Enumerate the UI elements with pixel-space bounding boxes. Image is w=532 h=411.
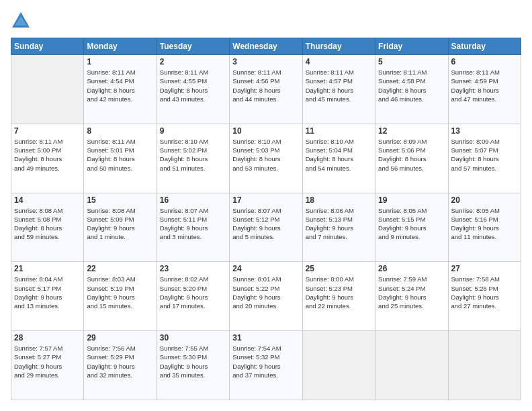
day-info: Sunrise: 8:05 AM Sunset: 5:15 PM Dayligh… — [378, 206, 445, 242]
day-info: Sunrise: 8:02 AM Sunset: 5:20 PM Dayligh… — [160, 275, 226, 310]
day-info: Sunrise: 8:07 AM Sunset: 5:12 PM Dayligh… — [232, 206, 299, 242]
day-number: 26 — [378, 264, 445, 273]
calendar-header-wednesday: Wednesday — [230, 38, 302, 55]
day-number: 29 — [87, 333, 153, 342]
day-number: 3 — [232, 57, 299, 66]
calendar-cell: 21Sunrise: 8:04 AM Sunset: 5:17 PM Dayli… — [11, 262, 84, 331]
day-number: 14 — [14, 195, 81, 205]
calendar-cell: 31Sunrise: 7:54 AM Sunset: 5:32 PM Dayli… — [230, 331, 302, 400]
day-info: Sunrise: 7:56 AM Sunset: 5:29 PM Dayligh… — [87, 344, 153, 379]
logo — [11, 11, 34, 31]
day-info: Sunrise: 8:01 AM Sunset: 5:22 PM Dayligh… — [232, 275, 299, 310]
day-info: Sunrise: 8:11 AM Sunset: 4:59 PM Dayligh… — [451, 68, 518, 103]
calendar-cell: 15Sunrise: 8:08 AM Sunset: 5:09 PM Dayli… — [84, 193, 157, 262]
day-info: Sunrise: 8:08 AM Sunset: 5:08 PM Dayligh… — [14, 206, 81, 242]
day-info: Sunrise: 8:11 AM Sunset: 4:54 PM Dayligh… — [87, 68, 153, 103]
calendar-week-row: 28Sunrise: 7:57 AM Sunset: 5:27 PM Dayli… — [11, 331, 521, 400]
day-info: Sunrise: 8:09 AM Sunset: 5:06 PM Dayligh… — [378, 137, 445, 173]
calendar-cell: 13Sunrise: 8:09 AM Sunset: 5:07 PM Dayli… — [448, 124, 521, 193]
day-number: 7 — [14, 126, 81, 136]
day-number: 18 — [306, 195, 372, 205]
calendar-cell: 17Sunrise: 8:07 AM Sunset: 5:12 PM Dayli… — [230, 193, 302, 262]
day-info: Sunrise: 8:11 AM Sunset: 4:57 PM Dayligh… — [306, 68, 372, 103]
calendar-week-row: 21Sunrise: 8:04 AM Sunset: 5:17 PM Dayli… — [11, 262, 521, 331]
day-number: 17 — [232, 195, 299, 205]
calendar-header-tuesday: Tuesday — [157, 38, 229, 55]
day-number: 11 — [306, 126, 372, 136]
day-info: Sunrise: 7:59 AM Sunset: 5:24 PM Dayligh… — [378, 275, 445, 310]
day-number: 10 — [232, 126, 299, 136]
day-number: 20 — [451, 195, 518, 205]
day-info: Sunrise: 8:10 AM Sunset: 5:03 PM Dayligh… — [232, 137, 299, 173]
calendar-cell: 24Sunrise: 8:01 AM Sunset: 5:22 PM Dayli… — [230, 262, 302, 331]
day-number: 15 — [87, 195, 153, 205]
day-number: 28 — [14, 333, 81, 342]
day-info: Sunrise: 8:11 AM Sunset: 5:00 PM Dayligh… — [14, 137, 81, 173]
calendar-cell: 30Sunrise: 7:55 AM Sunset: 5:30 PM Dayli… — [157, 331, 229, 400]
day-info: Sunrise: 8:03 AM Sunset: 5:19 PM Dayligh… — [87, 275, 153, 310]
calendar-header-sunday: Sunday — [11, 38, 84, 55]
calendar-table: SundayMondayTuesdayWednesdayThursdayFrid… — [11, 38, 521, 400]
calendar-cell: 11Sunrise: 8:10 AM Sunset: 5:04 PM Dayli… — [302, 124, 375, 193]
calendar-cell: 26Sunrise: 7:59 AM Sunset: 5:24 PM Dayli… — [375, 262, 448, 331]
day-number: 4 — [306, 57, 372, 66]
day-info: Sunrise: 7:57 AM Sunset: 5:27 PM Dayligh… — [14, 344, 81, 379]
calendar-header-row: SundayMondayTuesdayWednesdayThursdayFrid… — [11, 38, 521, 55]
logo-icon — [11, 11, 31, 31]
day-info: Sunrise: 7:55 AM Sunset: 5:30 PM Dayligh… — [160, 344, 226, 379]
calendar-cell — [375, 331, 448, 400]
day-number: 21 — [14, 264, 81, 273]
day-number: 25 — [306, 264, 372, 273]
day-number: 22 — [87, 264, 153, 273]
calendar-week-row: 1Sunrise: 8:11 AM Sunset: 4:54 PM Daylig… — [11, 55, 521, 124]
day-info: Sunrise: 8:07 AM Sunset: 5:11 PM Dayligh… — [160, 206, 226, 242]
day-number: 12 — [378, 126, 445, 136]
day-info: Sunrise: 8:04 AM Sunset: 5:17 PM Dayligh… — [14, 275, 81, 310]
day-number: 2 — [160, 57, 226, 66]
day-info: Sunrise: 8:06 AM Sunset: 5:13 PM Dayligh… — [306, 206, 372, 242]
calendar-week-row: 14Sunrise: 8:08 AM Sunset: 5:08 PM Dayli… — [11, 193, 521, 262]
day-info: Sunrise: 8:11 AM Sunset: 5:01 PM Dayligh… — [87, 137, 153, 173]
header — [11, 11, 521, 31]
calendar-cell: 18Sunrise: 8:06 AM Sunset: 5:13 PM Dayli… — [302, 193, 375, 262]
day-info: Sunrise: 8:11 AM Sunset: 4:58 PM Dayligh… — [378, 68, 445, 103]
calendar-cell: 14Sunrise: 8:08 AM Sunset: 5:08 PM Dayli… — [11, 193, 84, 262]
day-number: 5 — [378, 57, 445, 66]
calendar-cell — [11, 55, 84, 124]
day-info: Sunrise: 8:05 AM Sunset: 5:16 PM Dayligh… — [451, 206, 518, 242]
calendar-cell: 4Sunrise: 8:11 AM Sunset: 4:57 PM Daylig… — [302, 55, 375, 124]
calendar-header-monday: Monday — [84, 38, 157, 55]
calendar-cell: 27Sunrise: 7:58 AM Sunset: 5:26 PM Dayli… — [448, 262, 521, 331]
page: SundayMondayTuesdayWednesdayThursdayFrid… — [0, 0, 532, 411]
day-number: 8 — [87, 126, 153, 136]
calendar-cell — [448, 331, 521, 400]
day-number: 31 — [232, 333, 299, 342]
calendar-cell: 16Sunrise: 8:07 AM Sunset: 5:11 PM Dayli… — [157, 193, 229, 262]
day-number: 19 — [378, 195, 445, 205]
calendar-cell: 25Sunrise: 8:00 AM Sunset: 5:23 PM Dayli… — [302, 262, 375, 331]
day-number: 23 — [160, 264, 226, 273]
calendar-cell: 22Sunrise: 8:03 AM Sunset: 5:19 PM Dayli… — [84, 262, 157, 331]
day-info: Sunrise: 8:11 AM Sunset: 4:56 PM Dayligh… — [232, 68, 299, 103]
calendar-header-saturday: Saturday — [448, 38, 521, 55]
calendar-cell: 6Sunrise: 8:11 AM Sunset: 4:59 PM Daylig… — [448, 55, 521, 124]
day-info: Sunrise: 8:10 AM Sunset: 5:02 PM Dayligh… — [160, 137, 226, 173]
calendar-cell: 2Sunrise: 8:11 AM Sunset: 4:55 PM Daylig… — [157, 55, 229, 124]
calendar-cell: 29Sunrise: 7:56 AM Sunset: 5:29 PM Dayli… — [84, 331, 157, 400]
day-number: 30 — [160, 333, 226, 342]
calendar-cell — [302, 331, 375, 400]
calendar-cell: 20Sunrise: 8:05 AM Sunset: 5:16 PM Dayli… — [448, 193, 521, 262]
calendar-cell: 1Sunrise: 8:11 AM Sunset: 4:54 PM Daylig… — [84, 55, 157, 124]
day-number: 16 — [160, 195, 226, 205]
day-info: Sunrise: 8:11 AM Sunset: 4:55 PM Dayligh… — [160, 68, 226, 103]
day-number: 27 — [451, 264, 518, 273]
calendar-week-row: 7Sunrise: 8:11 AM Sunset: 5:00 PM Daylig… — [11, 124, 521, 193]
day-number: 24 — [232, 264, 299, 273]
day-info: Sunrise: 7:54 AM Sunset: 5:32 PM Dayligh… — [232, 344, 299, 379]
calendar-cell: 19Sunrise: 8:05 AM Sunset: 5:15 PM Dayli… — [375, 193, 448, 262]
calendar-cell: 10Sunrise: 8:10 AM Sunset: 5:03 PM Dayli… — [230, 124, 302, 193]
day-info: Sunrise: 8:10 AM Sunset: 5:04 PM Dayligh… — [306, 137, 372, 173]
calendar-cell: 12Sunrise: 8:09 AM Sunset: 5:06 PM Dayli… — [375, 124, 448, 193]
day-number: 13 — [451, 126, 518, 136]
day-info: Sunrise: 8:08 AM Sunset: 5:09 PM Dayligh… — [87, 206, 153, 242]
